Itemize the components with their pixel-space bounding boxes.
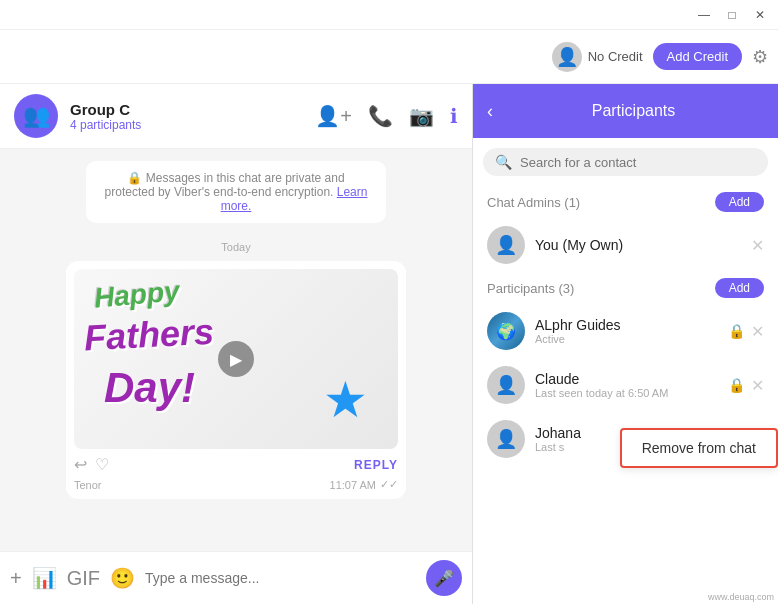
participants-count: 4 participants xyxy=(70,118,303,132)
participants-title: Participants xyxy=(503,102,764,120)
participants-section-label: Participants (3) Add xyxy=(473,272,778,304)
add-credit-button[interactable]: Add Credit xyxy=(653,43,742,70)
participant-status-claude: Last seen today at 6:50 AM xyxy=(535,387,718,399)
participant-avatar-alphr: 🌍 xyxy=(487,312,525,350)
search-icon: 🔍 xyxy=(495,154,512,170)
sticker-fathers: Fathers xyxy=(83,311,215,360)
minimize-button[interactable]: — xyxy=(694,5,714,25)
video-icon[interactable]: 📷 xyxy=(409,104,434,128)
chat-panel: 👥 Group C 4 participants 👤+ 📞 📷 ℹ 🔒 Mess… xyxy=(0,84,473,604)
titlebar: — □ ✕ xyxy=(0,0,778,30)
mic-button[interactable]: 🎤 xyxy=(426,560,462,596)
sender-name: Tenor xyxy=(74,479,102,491)
participant-icons-you: ✕ xyxy=(751,236,764,255)
settings-icon[interactable]: ⚙ xyxy=(752,46,768,68)
participant-name-claude: Claude xyxy=(535,371,718,387)
search-bar: 🔍 xyxy=(483,148,768,176)
user-credit-section: 👤 No Credit xyxy=(552,42,643,72)
message-time: 11:07 AM xyxy=(330,479,376,491)
admins-label: Chat Admins (1) xyxy=(487,195,580,210)
date-label: Today xyxy=(221,241,250,253)
chat-input-bar: + 📊 GIF 🙂 🎤 xyxy=(0,551,472,604)
group-avatar: 👥 xyxy=(14,94,58,138)
participant-icons-claude: 🔒 ✕ xyxy=(728,376,764,395)
participant-info-alphr: ALphr Guides Active xyxy=(535,317,718,345)
add-icon[interactable]: + xyxy=(10,567,22,590)
group-name: Group C xyxy=(70,101,303,118)
participant-info-claude: Claude Last seen today at 6:50 AM xyxy=(535,371,718,399)
participants-header: ‹ Participants xyxy=(473,84,778,138)
sticker-happy: Happy xyxy=(93,275,181,314)
chat-info: Group C 4 participants xyxy=(70,101,303,132)
remove-alphr-icon[interactable]: ✕ xyxy=(751,322,764,341)
participant-item-alphr[interactable]: 🌍 ALphr Guides Active 🔒 ✕ xyxy=(473,304,778,358)
add-participant-icon[interactable]: 👤+ xyxy=(315,104,352,128)
search-input[interactable] xyxy=(520,155,756,170)
play-button[interactable]: ▶ xyxy=(218,341,254,377)
participant-icons-alphr: 🔒 ✕ xyxy=(728,322,764,341)
back-button[interactable]: ‹ xyxy=(487,101,493,122)
read-check: ✓✓ xyxy=(380,478,398,491)
participant-info-you: You (My Own) xyxy=(535,237,741,253)
sticker-day: Day! xyxy=(104,364,195,412)
heart-icon[interactable]: ♡ xyxy=(95,455,109,474)
maximize-button[interactable]: □ xyxy=(722,5,742,25)
no-credit-label: No Credit xyxy=(588,49,643,64)
sticker-star: ★ xyxy=(323,371,368,429)
admins-section-label: Chat Admins (1) Add xyxy=(473,186,778,218)
remove-claude-icon[interactable]: ✕ xyxy=(751,376,764,395)
message-actions: ↩ ♡ REPLY xyxy=(74,455,398,474)
reply-button[interactable]: REPLY xyxy=(354,458,398,472)
watermark: www.deuaq.com xyxy=(708,592,774,602)
message-bubble: Happy Fathers Day! ★ ▶ ↩ ♡ REPLY Tenor 1… xyxy=(66,261,406,499)
participant-avatar-johana: 👤 xyxy=(487,420,525,458)
participant-item-johana[interactable]: 👤 Johana Last s ∨ Remove from chat xyxy=(473,412,778,466)
remove-from-chat-popup[interactable]: Remove from chat xyxy=(620,428,778,468)
participant-item-you[interactable]: 👤 You (My Own) ✕ xyxy=(473,218,778,272)
user-avatar: 👤 xyxy=(552,42,582,72)
main-layout: 👥 Group C 4 participants 👤+ 📞 📷 ℹ 🔒 Mess… xyxy=(0,84,778,604)
participant-name-you: You (My Own) xyxy=(535,237,741,253)
sticker-area: Happy Fathers Day! ★ ▶ xyxy=(74,269,398,449)
reply-icon[interactable]: ↩ xyxy=(74,455,87,474)
participants-label: Participants (3) xyxy=(487,281,574,296)
lock-claude-icon: 🔒 xyxy=(728,377,745,393)
message-footer: Tenor 11:07 AM ✓✓ xyxy=(74,474,398,491)
participant-avatar-you: 👤 xyxy=(487,226,525,264)
sticker-icon[interactable]: 📊 xyxy=(32,566,57,590)
add-admin-button[interactable]: Add xyxy=(715,192,764,212)
participants-panel: ‹ Participants 🔍 Chat Admins (1) Add 👤 Y… xyxy=(473,84,778,604)
participant-avatar-claude: 👤 xyxy=(487,366,525,404)
message-input[interactable] xyxy=(145,570,416,586)
remove-you-icon[interactable]: ✕ xyxy=(751,236,764,255)
chat-actions: 👤+ 📞 📷 ℹ xyxy=(315,104,458,128)
emoji-icon[interactable]: 🙂 xyxy=(110,566,135,590)
call-icon[interactable]: 📞 xyxy=(368,104,393,128)
add-participant-button[interactable]: Add xyxy=(715,278,764,298)
gif-icon[interactable]: GIF xyxy=(67,567,100,590)
info-icon[interactable]: ℹ xyxy=(450,104,458,128)
participant-name-alphr: ALphr Guides xyxy=(535,317,718,333)
header-bar: 👤 No Credit Add Credit ⚙ xyxy=(0,30,778,84)
participant-status-alphr: Active xyxy=(535,333,718,345)
privacy-message: 🔒 Messages in this chat are private and … xyxy=(86,161,386,223)
close-button[interactable]: ✕ xyxy=(750,5,770,25)
chat-header: 👥 Group C 4 participants 👤+ 📞 📷 ℹ xyxy=(0,84,472,149)
participant-item-claude[interactable]: 👤 Claude Last seen today at 6:50 AM 🔒 ✕ xyxy=(473,358,778,412)
lock-alphr-icon: 🔒 xyxy=(728,323,745,339)
chat-messages: 🔒 Messages in this chat are private and … xyxy=(0,149,472,551)
